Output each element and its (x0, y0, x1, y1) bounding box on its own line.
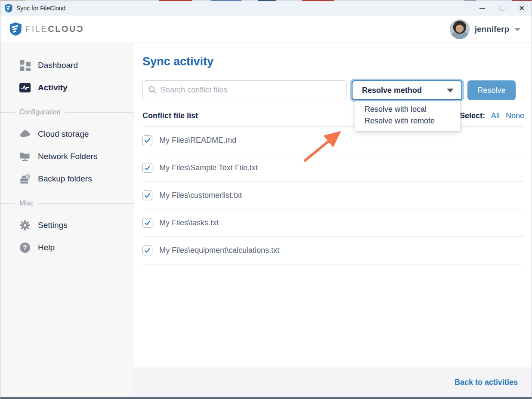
conflict-file-row: My Files\tasks.txt (142, 209, 524, 237)
chevron-down-icon (514, 28, 520, 31)
brand-wordmark: FILECLOUƆ (25, 24, 84, 34)
maximize-icon (499, 6, 504, 11)
resolve-method-label: Resolve method (362, 86, 422, 95)
page-title: Sync activity (142, 55, 524, 68)
cloud-icon (19, 129, 31, 140)
app-body: Dashboard Activity Configuration (0, 43, 532, 397)
sidebar-item-label: Dashboard (38, 61, 78, 70)
controls-row: Resolve method Resolve with local Resolv… (142, 80, 524, 100)
sidebar-item-help[interactable]: ? Help (0, 238, 134, 257)
network-folder-icon (19, 151, 31, 162)
sidebar-item-label: Settings (38, 221, 68, 230)
sidebar-item-label: Network Folders (38, 152, 97, 161)
maximize-button[interactable] (492, 1, 512, 15)
select-all-link[interactable]: All (491, 111, 500, 120)
sidebar-item-label: Activity (38, 83, 68, 92)
sidebar-item-backup-folders[interactable]: Backup folders (0, 169, 134, 188)
activity-pulse-icon (19, 82, 31, 93)
window-bottom-border (0, 397, 532, 399)
conflict-list-header: Conflict file list Select: All None (142, 111, 524, 127)
file-checkbox[interactable] (142, 218, 152, 228)
checkmark-icon (144, 219, 151, 227)
sidebar-section-configuration: Configuration (0, 108, 134, 116)
sidebar-item-label: Cloud storage (38, 129, 89, 139)
main-column: Sync activity Resolve method (134, 43, 532, 397)
app-window: Sync for FileCloud ✕ FILECLOUƆ jenniferp (0, 0, 532, 399)
sidebar-item-activity[interactable]: Activity (0, 78, 134, 97)
back-to-activities-link[interactable]: Back to activities (455, 378, 518, 387)
filecloud-logo: FILECLOUƆ (10, 22, 84, 36)
resolve-method-select[interactable]: Resolve method (352, 80, 462, 100)
dropdown-caret-icon (447, 89, 454, 92)
select-label: Select: (460, 111, 485, 120)
checkmark-icon (144, 137, 151, 144)
filecloud-shield-logo-icon (10, 22, 22, 36)
conflict-file-list: My Files\README.md My Files\Sample Text … (142, 127, 524, 264)
main-footer: Back to activities (134, 368, 532, 397)
conflict-file-row: My Files\customerlist.txt (142, 182, 524, 209)
app-header: FILECLOUƆ jenniferp (0, 15, 532, 43)
sidebar-section-misc: Misc (0, 200, 134, 207)
menu-option-resolve-with-local[interactable]: Resolve with local (355, 104, 460, 115)
svg-text:?: ? (23, 244, 27, 252)
conflict-file-row: My Files\README.md (142, 127, 524, 154)
checkmark-icon (144, 247, 151, 254)
menu-option-resolve-with-remote[interactable]: Resolve with remote (355, 115, 460, 127)
sidebar-item-label: Backup folders (38, 174, 92, 184)
file-checkbox[interactable] (142, 163, 152, 173)
resolve-method-menu: Resolve with local Resolve with remote (355, 101, 461, 132)
select-controls: Select: All None (460, 111, 524, 120)
window-title: Sync for FileCloud (16, 5, 65, 12)
file-path: My Files\Sample Text File.txt (159, 163, 258, 172)
user-avatar (450, 19, 470, 39)
file-checkbox[interactable] (142, 190, 152, 200)
minimize-icon (479, 8, 485, 9)
resolve-method-dropdown: Resolve method Resolve with local Resolv… (352, 80, 462, 100)
sidebar-item-cloud-storage[interactable]: Cloud storage (0, 125, 134, 144)
file-path: My Files\equipment\calculations.txt (159, 246, 279, 255)
file-checkbox[interactable] (142, 135, 152, 145)
backup-drive-clock-icon (19, 173, 31, 184)
resolve-button[interactable]: Resolve (467, 80, 516, 100)
dashboard-grid-icon (19, 60, 31, 71)
sidebar-item-dashboard[interactable]: Dashboard (0, 56, 134, 75)
sidebar-item-settings[interactable]: Settings (0, 216, 134, 235)
window-titlebar: Sync for FileCloud ✕ (0, 1, 532, 15)
section-label: Misc (19, 200, 34, 207)
select-none-link[interactable]: None (506, 111, 524, 120)
close-icon: ✕ (519, 5, 525, 12)
checkmark-icon (144, 192, 151, 199)
search-icon (148, 86, 157, 94)
file-path: My Files\tasks.txt (159, 218, 219, 227)
main-content: Sync activity Resolve method (134, 43, 532, 368)
search-box (142, 80, 346, 99)
conflict-list-title: Conflict file list (142, 111, 198, 120)
close-button[interactable]: ✕ (512, 1, 532, 15)
gear-icon (19, 220, 31, 231)
filecloud-shield-icon (5, 4, 12, 12)
window-controls: ✕ (472, 1, 532, 15)
sidebar-item-label: Help (38, 243, 55, 252)
conflict-file-row: My Files\Sample Text File.txt (142, 154, 524, 182)
sidebar: Dashboard Activity Configuration (0, 43, 134, 397)
user-menu[interactable]: jenniferp (450, 19, 520, 39)
minimize-button[interactable] (472, 1, 492, 15)
username: jenniferp (475, 25, 509, 34)
question-circle-icon: ? (19, 242, 31, 253)
search-input[interactable] (161, 86, 341, 95)
sidebar-item-network-folders[interactable]: Network Folders (0, 147, 134, 166)
section-label: Configuration (19, 108, 60, 116)
file-path: My Files\customerlist.txt (159, 191, 242, 200)
checkmark-icon (144, 164, 151, 172)
conflict-file-row: My Files\equipment\calculations.txt (142, 237, 524, 264)
file-checkbox[interactable] (142, 246, 152, 255)
file-path: My Files\README.md (159, 136, 236, 145)
